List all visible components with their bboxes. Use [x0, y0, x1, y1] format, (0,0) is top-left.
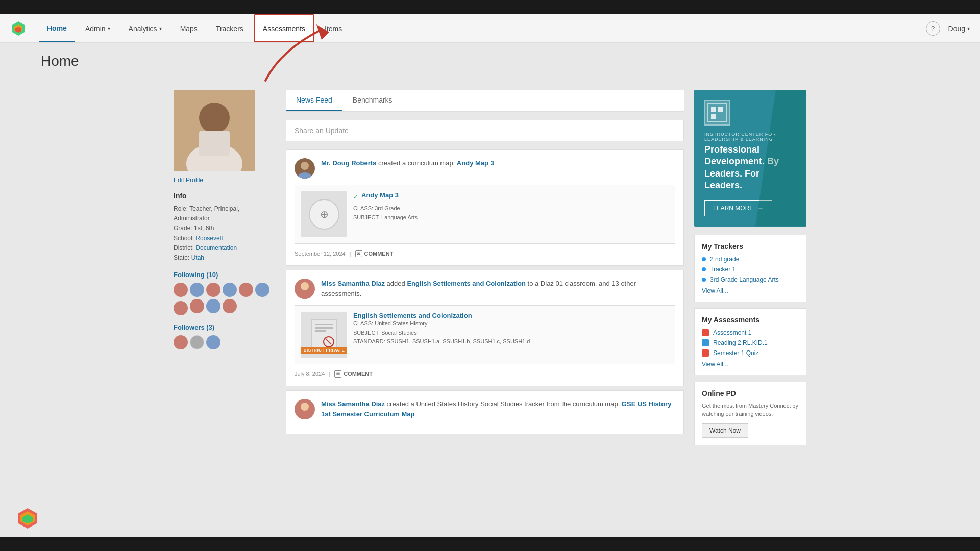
tab-benchmarks[interactable]: Benchmarks: [342, 90, 403, 111]
doc-line: [315, 330, 326, 332]
tab-news-feed[interactable]: News Feed: [286, 90, 342, 111]
nav-maps[interactable]: Maps: [172, 14, 206, 42]
separator: |: [350, 251, 351, 257]
assessment-name-2[interactable]: Semester 1 Quiz: [713, 349, 758, 357]
my-trackers-section: My Trackers 2 nd grade Tracker 1 3rd Gra…: [694, 235, 806, 302]
assessment-icon-0: [702, 329, 709, 336]
tracker-color-0: [702, 257, 706, 261]
nav-trackers[interactable]: Trackers: [208, 14, 252, 42]
doc-lines: [312, 320, 336, 337]
feed-header-3: Miss Samantha Diaz created a United Stat…: [295, 399, 675, 419]
my-assessments-section: My Assessments Assessment 1 Reading 2.RL…: [694, 308, 806, 375]
feed-text-3: Miss Samantha Diaz created a United Stat…: [321, 399, 675, 419]
nav-items[interactable]: Items: [316, 14, 350, 42]
svg-point-13: [298, 413, 312, 419]
nav-assessments[interactable]: Assessments: [254, 14, 314, 42]
tracker-item-1: Tracker 1: [702, 266, 799, 273]
feed-card-2: DISTRICT PRIVATE English Settlements and…: [295, 305, 675, 364]
info-role: Role: Teacher, Principal, Administrator …: [174, 204, 276, 263]
comment-button-1[interactable]: ✉ COMMENT: [355, 250, 394, 257]
assessments-view-all-link[interactable]: View All...: [702, 361, 799, 368]
online-pd-section: Online PD Get the most from Mastery Conn…: [694, 382, 806, 445]
assessment-name-0[interactable]: Assessment 1: [713, 329, 751, 336]
svg-rect-7: [199, 131, 230, 156]
watch-now-button[interactable]: Watch Now: [702, 423, 748, 438]
feed-item-2: Miss Samantha Diaz added English Settlem…: [286, 270, 684, 386]
tracker-name-2[interactable]: 3rd Grade Language Arts: [710, 276, 779, 283]
page-title: Home: [0, 43, 980, 69]
district-link[interactable]: Documentation: [195, 244, 237, 252]
tabs: News Feed Benchmarks: [286, 90, 684, 112]
tracker-name-0[interactable]: 2 nd grade: [710, 256, 739, 263]
tracker-color-2: [702, 278, 706, 282]
map-compass: ⊕: [309, 199, 339, 230]
info-title: Info: [174, 192, 276, 200]
nav-analytics[interactable]: Analytics ▾: [120, 14, 170, 42]
state-link[interactable]: Utah: [191, 254, 204, 261]
feed-link-2[interactable]: English Settlements and Colonization: [407, 280, 526, 287]
bottom-logo: [15, 506, 40, 531]
doc-icon: [311, 319, 337, 350]
verified-icon: ✓: [353, 193, 358, 201]
tracker-name-1[interactable]: Tracker 1: [710, 266, 736, 273]
feed-card-img-2: DISTRICT PRIVATE: [301, 312, 347, 358]
follower-avatar: [223, 299, 237, 313]
edit-profile-link[interactable]: Edit Profile: [174, 177, 276, 184]
profile-image: [174, 90, 255, 171]
bottom-logo-icon: [15, 506, 40, 531]
info-section: Info Role: Teacher, Principal, Administr…: [174, 192, 276, 263]
feed-item-1: Mr. Doug Roberts created a curriculum ma…: [286, 149, 684, 266]
feed-footer-2: July 8, 2024 | ✉ COMMENT: [295, 370, 675, 378]
compass-icon: ⊕: [320, 208, 329, 220]
follower-avatar: [174, 301, 188, 315]
school-link[interactable]: Roosevelt: [195, 235, 223, 242]
svg-point-5: [199, 103, 230, 133]
svg-rect-14: [708, 104, 726, 122]
feed-card-info-1: ✓ Andy Map 3 CLASS: 3rd Grade SUBJECT: L…: [353, 191, 669, 237]
assessment-name-1[interactable]: Reading 2.RL.KID.1: [713, 339, 768, 346]
trackers-view-all-link[interactable]: View All...: [702, 287, 799, 294]
feed-author-3[interactable]: Miss Samantha Diaz: [321, 400, 385, 408]
nav-right: ? Doug ▾: [926, 21, 970, 36]
feed-author-1[interactable]: Mr. Doug Roberts: [321, 159, 376, 167]
assessment-item-0: Assessment 1: [702, 329, 799, 336]
nav-admin[interactable]: Admin ▾: [77, 14, 118, 42]
main-content: Edit Profile Info Role: Teacher, Princip…: [133, 80, 847, 462]
feed-date-1: September 12, 2024: [295, 251, 346, 257]
feed-author-2[interactable]: Miss Samantha Diaz: [321, 280, 385, 287]
follower-avatar: [190, 335, 204, 349]
feed-card-info-2: English Settlements and Colonization CLA…: [353, 312, 669, 358]
svg-point-8: [301, 162, 309, 170]
feed-avatar-2: [295, 279, 315, 299]
help-button[interactable]: ?: [926, 21, 940, 36]
feed-card-img-1: ⊕: [301, 191, 347, 237]
share-update-input[interactable]: Share an Update: [286, 120, 684, 141]
following-label[interactable]: Following (10): [174, 271, 276, 279]
feed-link-1[interactable]: Andy Map 3: [457, 159, 494, 167]
top-bar: [0, 0, 980, 14]
profile-svg: [174, 90, 255, 171]
bottom-bar: [0, 537, 980, 551]
follower-avatar: [206, 335, 220, 349]
assessment-icon-1: [702, 339, 709, 346]
feed-footer-1: September 12, 2024 | ✉ COMMENT: [295, 250, 675, 257]
comment-icon-2: ✉: [334, 370, 341, 378]
user-menu[interactable]: Doug ▾: [948, 24, 970, 33]
svg-point-9: [298, 172, 312, 179]
feed-card-title-1[interactable]: Andy Map 3: [361, 191, 399, 199]
my-assessments-title: My Assessments: [702, 316, 799, 324]
feed-text-2: Miss Samantha Diaz added English Settlem…: [321, 279, 675, 299]
separator: |: [329, 371, 330, 377]
feed-avatar-1: [295, 158, 315, 179]
promo-logo: [704, 100, 730, 126]
followers-label[interactable]: Followers (3): [174, 323, 276, 331]
svg-rect-17: [711, 114, 716, 119]
comment-button-2[interactable]: ✉ COMMENT: [334, 370, 373, 378]
following-section: Following (10): [174, 271, 276, 315]
feed-card-title-2[interactable]: English Settlements and Colonization: [353, 312, 472, 319]
logo[interactable]: [10, 20, 27, 37]
nav-home[interactable]: Home: [39, 14, 75, 42]
doc-line: [315, 327, 333, 329]
tracker-item-2: 3rd Grade Language Arts: [702, 276, 799, 283]
follower-avatar: [239, 283, 253, 297]
